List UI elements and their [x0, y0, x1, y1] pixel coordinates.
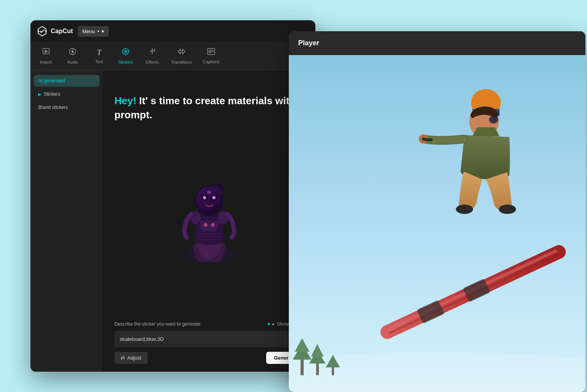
bottom-section: Describe the sticker you want to generat…	[114, 321, 304, 364]
hero-heading: Hey! It' s time to create materials with…	[114, 94, 304, 122]
stickers-sidebar-label: Stickers	[44, 91, 60, 97]
svg-point-5	[71, 50, 74, 53]
svg-point-33	[203, 196, 206, 199]
player-header: Player	[289, 31, 585, 55]
svg-rect-42	[316, 363, 319, 375]
capcut-logo-icon	[37, 26, 48, 37]
main-panel: Hey! It' s time to create materials with…	[103, 70, 315, 372]
svg-rect-37	[289, 55, 585, 392]
svg-rect-45	[332, 367, 334, 375]
sidebar-item-stickers[interactable]: ▶ Stickers	[34, 88, 100, 100]
robot-illustration-container	[166, 169, 252, 270]
hero-highlight: Hey!	[114, 95, 136, 107]
text-icon: T	[97, 48, 101, 57]
toolbar-item-transitions[interactable]: Transitions	[166, 45, 196, 68]
player-title: Player	[298, 39, 319, 47]
adjust-button[interactable]: ⇄ Adjust	[114, 352, 148, 364]
svg-rect-39	[301, 360, 304, 375]
menu-button[interactable]: Menu • ▾	[78, 26, 109, 37]
effects-icon	[148, 48, 156, 57]
prompt-description: Describe the sticker you want to generat…	[114, 321, 201, 327]
adjust-label: Adjust	[127, 355, 141, 361]
showcase-sparkle-icon: ✦	[267, 321, 275, 327]
content-area: AI generated ▶ Stickers Brand stickers H…	[30, 70, 315, 372]
hero-text: Hey! It' s time to create materials with…	[114, 94, 304, 122]
toolbar-item-captions[interactable]: Captions	[198, 45, 224, 67]
robot-svg	[166, 169, 252, 270]
toolbar-item-stickers[interactable]: Stickers	[113, 45, 138, 68]
svg-point-62	[499, 205, 516, 214]
prompt-input-wrapper: ⇌	[114, 331, 304, 347]
toolbar: Import Audio T Text	[30, 42, 315, 70]
sidebar-item-ai-generated[interactable]: AI generated	[34, 75, 100, 87]
brand-stickers-label: Brand stickers	[38, 105, 68, 110]
player-content	[289, 55, 585, 392]
toolbar-item-text[interactable]: T Text	[87, 45, 112, 67]
captions-label: Captions	[203, 59, 219, 64]
toolbar-item-import[interactable]: Import	[34, 45, 59, 68]
import-label: Import	[40, 60, 52, 64]
stickers-arrow-icon: ▶	[38, 92, 41, 96]
svg-point-34	[213, 196, 215, 199]
bottom-actions: ⇄ Adjust Generate	[114, 352, 304, 364]
svg-point-61	[456, 205, 473, 214]
stickers-label: Stickers	[118, 60, 133, 64]
text-label: Text	[95, 59, 103, 64]
menu-dot: •	[97, 29, 99, 34]
stickers-icon	[122, 48, 130, 57]
audio-label: Audio	[67, 60, 78, 64]
prompt-input[interactable]	[120, 336, 298, 342]
transitions-icon	[177, 48, 186, 57]
toolbar-item-effects[interactable]: Effects	[140, 45, 165, 68]
toolbar-item-audio[interactable]: Audio	[60, 45, 85, 68]
effects-label: Effects	[146, 60, 158, 64]
audio-icon	[69, 48, 76, 57]
player-window: Player	[289, 31, 585, 392]
prompt-label-row: Describe the sticker you want to generat…	[114, 321, 304, 328]
menu-label: Menu	[82, 29, 95, 34]
svg-point-16	[211, 223, 214, 226]
ai-generated-label: AI generated	[38, 78, 65, 84]
svg-point-59	[490, 116, 497, 123]
scene-container	[289, 55, 585, 392]
svg-point-15	[204, 223, 207, 226]
svg-point-36	[207, 191, 211, 194]
sidebar-item-brand-stickers[interactable]: Brand stickers	[34, 102, 100, 113]
app-logo: CapCut	[37, 26, 73, 37]
app-name: CapCut	[51, 28, 73, 35]
transitions-label: Transitions	[171, 60, 192, 64]
import-icon	[42, 48, 50, 57]
sidebar: AI generated ▶ Stickers Brand stickers	[30, 70, 103, 372]
svg-marker-3	[45, 50, 48, 53]
main-window: CapCut Menu • ▾ Import	[30, 20, 315, 372]
snowboard-scene-svg	[289, 55, 585, 392]
hero-rest: It' s time to create materials with prom…	[114, 95, 295, 121]
captions-icon	[207, 48, 215, 57]
app-header: CapCut Menu • ▾	[30, 20, 315, 42]
adjust-icon: ⇄	[121, 355, 125, 361]
menu-chevron-icon: ▾	[101, 29, 104, 34]
